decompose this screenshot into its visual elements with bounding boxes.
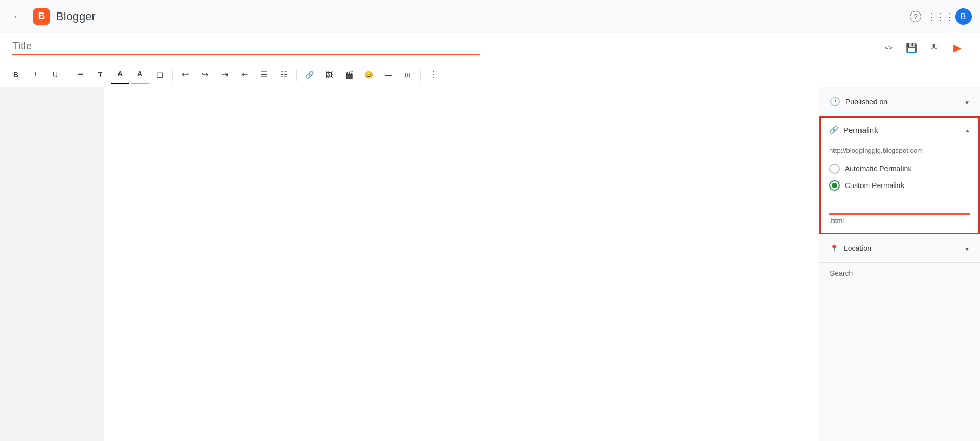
sidebar: 🕐 Published on 🔗 Permalink http://bloggi…	[819, 87, 980, 441]
editor-left-gutter	[0, 87, 104, 441]
indent-right-button[interactable]: ⇥	[215, 65, 234, 84]
align-button[interactable]: ≡	[71, 65, 90, 84]
published-on-chevron-icon	[964, 97, 970, 106]
user-avatar[interactable]: B	[955, 8, 972, 25]
save-icon: 💾	[906, 42, 917, 54]
toolbar-separator-4	[420, 69, 421, 81]
automatic-permalink-label: Automatic Permalink	[845, 165, 911, 173]
bold-button[interactable]: B	[6, 65, 25, 84]
preview-button[interactable]: 👁	[924, 37, 945, 58]
code-editor-button[interactable]: <>	[878, 37, 899, 58]
permalink-content: http://blogginggig.blogspot.com Automati…	[821, 142, 978, 233]
back-button[interactable]: ←	[8, 6, 27, 26]
title-actions: <> 💾 👁 ▶	[878, 37, 968, 58]
permalink-section: 🔗 Permalink http://blogginggig.blogspot.…	[819, 116, 980, 234]
published-on-header[interactable]: 🕐 Published on	[819, 87, 980, 116]
post-title-input[interactable]	[12, 40, 480, 55]
published-on-section: 🕐 Published on	[819, 87, 980, 116]
location-chevron-icon	[964, 244, 970, 253]
italic-button[interactable]: I	[26, 65, 45, 84]
link-icon: 🔗	[829, 126, 838, 134]
formatting-toolbar: B I U ≡ T A A ◻ ↩ ↪ ⇥ ⇤ ☰ ☷ 🔗 🖼 🎬 😊 — ⊞ …	[0, 62, 980, 87]
emoji-button[interactable]: 😊	[359, 65, 378, 84]
permalink-url-display: http://blogginggig.blogspot.com	[829, 146, 970, 155]
custom-permalink-radio[interactable]	[829, 180, 840, 191]
custom-permalink-label: Custom Permalink	[845, 181, 904, 190]
text-highlight-button[interactable]: A	[130, 65, 149, 84]
bullet-list-button[interactable]: ☰	[255, 65, 273, 84]
text-bg-button[interactable]: ◻	[150, 65, 169, 84]
location-label: Location	[844, 244, 871, 252]
app-title: Blogger	[56, 10, 96, 23]
permalink-title: 🔗 Permalink	[829, 126, 878, 135]
image-button[interactable]: 🖼	[320, 65, 338, 84]
clock-icon: 🕐	[830, 97, 840, 106]
divider-button[interactable]: —	[379, 65, 398, 84]
help-icon: ?	[910, 11, 921, 22]
permalink-header[interactable]: 🔗 Permalink	[821, 118, 978, 142]
permalink-suffix: .html	[829, 217, 970, 224]
location-title: 📍 Location	[830, 244, 871, 252]
redo-button[interactable]: ↪	[195, 65, 214, 84]
indent-left-button[interactable]: ⇤	[235, 65, 254, 84]
editor-content[interactable]	[104, 87, 819, 441]
top-bar-right: ? ⋮⋮⋮ B	[905, 6, 972, 27]
toolbar-separator-2	[172, 69, 173, 81]
font-color-button[interactable]: A	[111, 65, 129, 84]
underline-button[interactable]: U	[46, 65, 64, 84]
link-button[interactable]: 🔗	[300, 65, 319, 84]
undo-button[interactable]: ↩	[176, 65, 194, 84]
text-size-button[interactable]: T	[91, 65, 110, 84]
location-section: 📍 Location	[819, 234, 980, 263]
grid-icon: ⋮⋮⋮	[926, 11, 955, 22]
automatic-permalink-option[interactable]: Automatic Permalink	[829, 164, 970, 174]
pin-icon: 📍	[830, 244, 839, 252]
permalink-chevron-icon	[965, 125, 970, 135]
numbered-list-button[interactable]: ☷	[274, 65, 293, 84]
table-button[interactable]: ⊞	[399, 65, 417, 84]
preview-icon: 👁	[930, 42, 939, 53]
search-label: Search	[830, 269, 853, 277]
title-bar: <> 💾 👁 ▶	[0, 33, 980, 62]
custom-permalink-input[interactable]	[829, 201, 970, 215]
toolbar-separator-1	[68, 69, 68, 81]
custom-permalink-option[interactable]: Custom Permalink	[829, 180, 970, 191]
published-on-title: 🕐 Published on	[830, 97, 888, 106]
automatic-permalink-radio[interactable]	[829, 164, 840, 174]
help-button[interactable]: ?	[905, 6, 926, 27]
save-button[interactable]: 💾	[901, 37, 922, 58]
editor-area	[0, 87, 819, 441]
main-layout: 🕐 Published on 🔗 Permalink http://bloggi…	[0, 87, 980, 441]
publish-icon: ▶	[953, 42, 961, 54]
publish-button[interactable]: ▶	[947, 37, 968, 58]
blogger-logo: B	[33, 8, 50, 25]
permalink-label: Permalink	[843, 126, 878, 135]
more-options-button[interactable]: ⋮	[424, 65, 443, 84]
published-on-label: Published on	[845, 98, 888, 106]
grid-menu-button[interactable]: ⋮⋮⋮	[930, 6, 951, 27]
code-icon: <>	[884, 44, 893, 51]
top-bar-left: ← B Blogger	[8, 6, 96, 26]
toolbar-separator-3	[296, 69, 297, 81]
video-button[interactable]: 🎬	[339, 65, 358, 84]
location-header[interactable]: 📍 Location	[819, 234, 980, 262]
search-area: Search	[819, 263, 980, 284]
top-bar: ← B Blogger ? ⋮⋮⋮ B	[0, 0, 980, 33]
